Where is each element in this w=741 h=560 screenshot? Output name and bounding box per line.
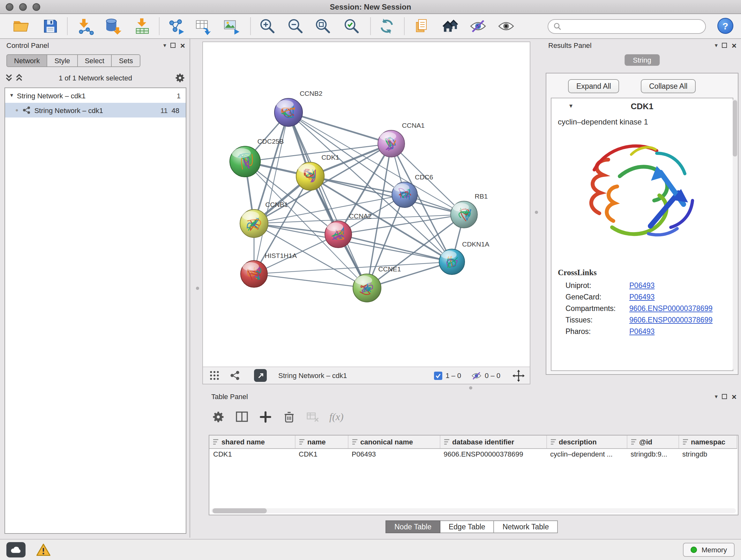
column-header-name[interactable]: name (295, 435, 348, 448)
network-collection-row[interactable]: ▾ String Network – cdk1 1 (5, 88, 186, 103)
refresh-layout-button[interactable] (377, 17, 396, 36)
collapse-all-tree-icon[interactable] (5, 73, 13, 82)
tab-sets[interactable]: Sets (112, 54, 141, 67)
memory-button[interactable]: Memory (683, 543, 735, 557)
zoom-selected-button[interactable] (342, 17, 361, 36)
compartments-link[interactable]: 9606.ENSP00000378699 (629, 305, 713, 312)
tab-node-table[interactable]: Node Table (386, 520, 441, 533)
tree-expand-caret-icon[interactable]: ▾ (10, 92, 13, 98)
collapse-all-button[interactable]: Collapse All (641, 79, 696, 93)
panel-close-button[interactable]: × (732, 392, 737, 401)
splitter-handle[interactable] (196, 287, 199, 290)
pharos-link[interactable]: P06493 (629, 327, 655, 335)
network-edge[interactable] (288, 112, 391, 144)
delete-table-icon-disabled[interactable] (306, 410, 320, 424)
control-panel-header: Control Panel ▾ × (1, 39, 190, 52)
network-edge[interactable] (254, 274, 367, 288)
uniprot-link[interactable]: P06493 (629, 282, 655, 289)
network-options-gear-icon[interactable] (174, 72, 186, 84)
expand-all-tree-icon[interactable] (15, 73, 23, 82)
table-scrollbar-thumb[interactable] (212, 508, 267, 513)
import-table-button[interactable] (133, 17, 152, 36)
panel-close-button[interactable]: × (180, 41, 185, 50)
network-edge[interactable] (338, 234, 452, 262)
export-image-button[interactable] (221, 17, 241, 36)
column-header-id[interactable]: @id (627, 435, 678, 448)
network-edge[interactable] (288, 112, 367, 288)
tissues-link[interactable]: 9606.ENSP00000378699 (629, 316, 713, 324)
network-edge[interactable] (254, 112, 288, 274)
panel-collapse-button[interactable]: ▾ (163, 43, 166, 48)
open-session-button[interactable] (11, 17, 30, 36)
network-edge[interactable] (254, 262, 452, 274)
tab-network-table[interactable]: Network Table (494, 520, 558, 533)
zoom-fit-button[interactable] (313, 17, 333, 36)
table-horizontal-scrollbar[interactable] (211, 508, 736, 513)
search-input[interactable] (565, 22, 700, 31)
panel-float-button[interactable] (171, 43, 176, 48)
splitter-handle[interactable] (469, 386, 472, 389)
status-bar: Memory (0, 539, 741, 560)
genecard-link[interactable]: P06493 (629, 293, 655, 301)
results-scrollbar-thumb[interactable] (733, 100, 737, 157)
new-network-button[interactable] (166, 17, 186, 36)
column-header-shared-name[interactable]: shared name (209, 435, 295, 448)
panel-float-button[interactable] (722, 394, 727, 399)
birds-eye-view-button[interactable] (254, 369, 267, 382)
expand-all-button[interactable]: Expand All (568, 79, 619, 93)
panel-close-button[interactable]: × (732, 41, 737, 50)
column-header-canonical-name[interactable]: canonical name (348, 435, 440, 448)
results-scrollbar[interactable] (733, 99, 737, 370)
network-collection-label: String Network – cdk1 (17, 91, 85, 99)
crosshair-pan-icon[interactable] (513, 369, 525, 381)
cell-database-identifier[interactable]: 9606.ENSP00000378699 (440, 448, 546, 460)
column-header-namespace[interactable]: namespac (678, 435, 737, 448)
grid-view-icon[interactable] (209, 370, 219, 381)
cell-canonical-name[interactable]: P06493 (348, 448, 440, 460)
panel-float-button[interactable] (722, 43, 727, 48)
string-panel-tab[interactable]: String (624, 54, 660, 66)
zoom-out-button[interactable] (286, 17, 305, 36)
panel-collapse-button[interactable]: ▾ (715, 43, 718, 48)
cell-name[interactable]: CDK1 (295, 448, 348, 460)
hide-structures-button[interactable] (468, 17, 488, 36)
cell-shared-name[interactable]: CDK1 (209, 448, 295, 460)
cloud-button[interactable] (6, 542, 25, 557)
tab-network[interactable]: Network (6, 54, 48, 67)
gene-card-header[interactable]: ▾ CDK1 (551, 98, 733, 114)
network-share-icon[interactable] (230, 370, 240, 381)
import-network-file-button[interactable] (76, 17, 95, 36)
cell-description[interactable]: cyclin–dependent ... (546, 448, 627, 460)
zoom-in-button[interactable] (258, 17, 277, 36)
toolbar-separator (67, 17, 68, 35)
hidden-eye-slash-icon[interactable] (471, 370, 482, 381)
results-panel-header: Results Panel ▾ × (543, 39, 741, 52)
column-header-database-identifier[interactable]: database identifier (440, 435, 546, 448)
column-header-description[interactable]: description (546, 435, 627, 448)
panel-collapse-button[interactable]: ▾ (715, 394, 718, 399)
add-column-plus-icon[interactable] (259, 410, 273, 424)
show-columns-icon[interactable] (235, 410, 249, 424)
string-home-button[interactable] (441, 17, 460, 36)
network-canvas[interactable]: CCNB2CCNA1CDC25BCDK1CDC6RB1CCNB1CCNA2CDK… (203, 42, 530, 367)
search-box[interactable] (548, 19, 706, 34)
save-session-button[interactable] (41, 17, 60, 36)
help-button[interactable]: ? (718, 18, 733, 34)
import-network-database-button[interactable] (104, 17, 123, 36)
cell-id[interactable]: stringdb:9... (627, 448, 678, 460)
tab-edge-table[interactable]: Edge Table (441, 520, 494, 533)
splitter-handle[interactable] (535, 211, 538, 214)
gene-collapse-caret-icon[interactable]: ▾ (569, 103, 572, 109)
tab-select[interactable]: Select (78, 54, 112, 67)
cell-namespace[interactable]: stringdb (678, 448, 737, 460)
delete-trash-icon[interactable] (282, 410, 296, 424)
copy-document-button[interactable] (412, 17, 431, 36)
clone-network-button[interactable] (193, 17, 212, 36)
table-options-gear-icon[interactable] (211, 410, 225, 424)
network-row-selected[interactable]: ● String Network – cdk1 11 48 (5, 103, 186, 118)
show-structures-button[interactable] (496, 17, 516, 36)
tab-style[interactable]: Style (48, 54, 78, 67)
selected-checkbox-icon[interactable] (434, 371, 442, 380)
function-builder-button[interactable]: f(x) (329, 411, 343, 423)
warning-button[interactable] (36, 543, 51, 557)
